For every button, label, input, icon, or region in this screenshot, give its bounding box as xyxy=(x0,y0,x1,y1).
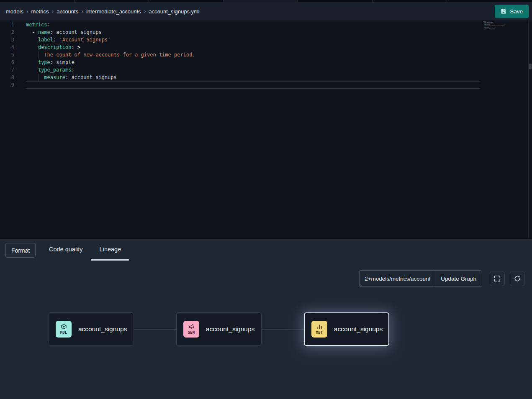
save-label: Save xyxy=(510,8,523,15)
line-number: 2 xyxy=(0,28,14,36)
bottom-panel: Format Code qualityLineage Update Graph xyxy=(0,238,532,399)
node-label: account_signups xyxy=(206,325,254,333)
breadcrumb-item[interactable]: models xyxy=(6,8,23,15)
code-lines: 1metrics:2 - name: account_signups3 labe… xyxy=(0,21,528,89)
line-number: 8 xyxy=(0,74,14,81)
minimap-line xyxy=(481,29,487,30)
code-line[interactable]: 4 description: > xyxy=(0,43,528,51)
lineage-edge xyxy=(134,329,176,330)
lineage-node[interactable]: MDL account_signups xyxy=(49,312,134,346)
code-line[interactable]: 3 label: 'Account Signups' xyxy=(0,36,528,43)
node-label: account_signups xyxy=(334,325,383,333)
node-type-label: MDL xyxy=(60,331,67,335)
line-number: 5 xyxy=(0,51,14,59)
code-line[interactable]: 5 The count of new accounts for a given … xyxy=(0,51,528,59)
lineage-edge xyxy=(262,329,304,330)
line-number: 6 xyxy=(0,59,14,66)
lineage-node[interactable]: SEM account_signups xyxy=(176,312,262,346)
node-type-label: MET xyxy=(316,331,323,335)
breadcrumb-bar: models›metrics›accounts›intermediate_acc… xyxy=(0,2,532,21)
minimap[interactable]: metrics: - name: account_signups label: … xyxy=(481,21,527,50)
breadcrumb-item[interactable]: metrics xyxy=(31,8,49,15)
node-label: account_signups xyxy=(78,325,127,333)
node-type-label: SEM xyxy=(188,331,195,335)
node-type-badge: MET xyxy=(311,321,327,338)
node-type-badge: SEM xyxy=(183,321,199,338)
breadcrumb-item[interactable]: accounts xyxy=(57,8,78,15)
line-number: 1 xyxy=(0,21,14,28)
breadcrumb: models›metrics›accounts›intermediate_acc… xyxy=(6,8,200,15)
indent-guide xyxy=(38,51,39,59)
lineage-graph[interactable]: MDL account_signups SEM account_signups … xyxy=(0,239,532,399)
line-number: 3 xyxy=(0,36,14,43)
line-number: 9 xyxy=(0,81,14,89)
chevron-right-icon: › xyxy=(51,8,54,15)
code-editor[interactable]: 1metrics:2 - name: account_signups3 labe… xyxy=(0,21,528,238)
scrollbar-handle[interactable] xyxy=(529,64,532,69)
breadcrumb-item[interactable]: intermediate_accounts xyxy=(86,8,141,15)
bar-chart-icon xyxy=(316,324,323,330)
cube-icon xyxy=(61,324,67,330)
minimap-content: metrics: - name: account_signups label: … xyxy=(481,21,487,30)
code-line[interactable]: 6 type: simple xyxy=(0,59,528,66)
megaphone-icon xyxy=(188,324,195,330)
chevron-right-icon: › xyxy=(81,8,83,15)
chevron-right-icon: › xyxy=(144,8,146,15)
save-icon xyxy=(501,8,506,14)
chevron-right-icon: › xyxy=(26,8,28,15)
code-line[interactable]: 7 type_params: xyxy=(0,66,528,74)
line-number: 4 xyxy=(0,43,14,51)
code-line[interactable]: 1metrics: xyxy=(0,21,528,28)
code-line[interactable]: 9 xyxy=(0,81,528,89)
code-line[interactable]: 8 measure: account_signups xyxy=(0,74,528,81)
node-type-badge: MDL xyxy=(56,321,72,338)
code-line[interactable]: 2 - name: account_signups xyxy=(0,28,528,36)
save-button[interactable]: Save xyxy=(495,5,529,18)
line-number: 7 xyxy=(0,66,14,74)
indent-guide xyxy=(38,74,39,81)
lineage-node[interactable]: MET account_signups xyxy=(304,312,389,346)
app-root: models›metrics›accounts›intermediate_acc… xyxy=(0,0,532,399)
editor-scrollbar[interactable] xyxy=(528,21,532,238)
breadcrumb-item[interactable]: account_signups.yml xyxy=(149,8,199,15)
